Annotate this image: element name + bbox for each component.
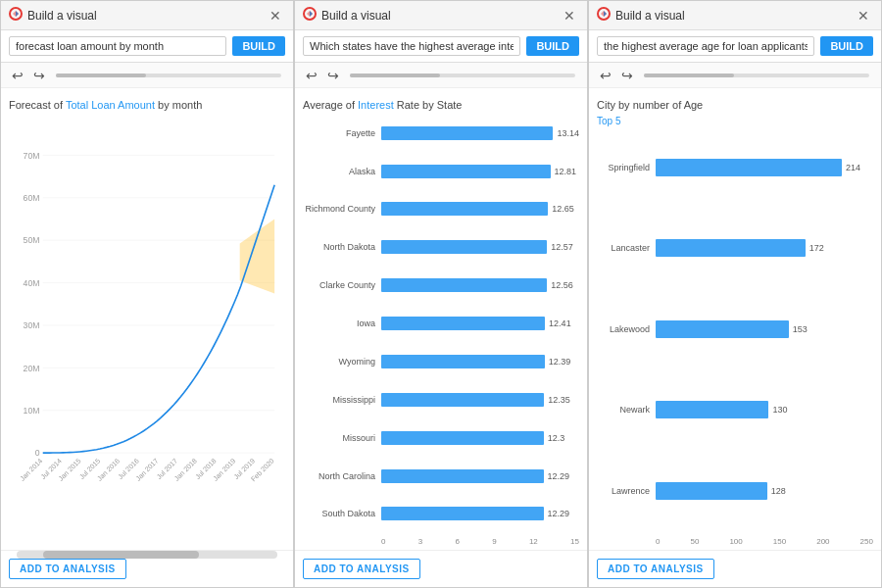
undo-button[interactable]: ↩ bbox=[303, 68, 320, 83]
hbar-label-right: Lawrence bbox=[597, 486, 656, 496]
hbar-track: 12.29 bbox=[381, 468, 579, 484]
hbar-fill bbox=[381, 317, 545, 330]
panel-title: Build a visual bbox=[321, 9, 560, 23]
hbar-row: Alaska 12.81 bbox=[303, 154, 579, 188]
axis-label-right: 50 bbox=[690, 537, 699, 546]
panel-3: Build a visual ✕ BUILD ↩ ↪ City by numbe… bbox=[588, 0, 882, 588]
hbar-fill bbox=[381, 126, 553, 140]
chart-area: Forecast of Total Loan Amount by month70… bbox=[1, 88, 293, 550]
close-icon[interactable]: ✕ bbox=[560, 9, 579, 23]
hbar-fill bbox=[381, 507, 544, 520]
close-icon[interactable]: ✕ bbox=[266, 9, 285, 23]
redo-button[interactable]: ↪ bbox=[618, 68, 636, 83]
axis-labels-right: 050100150200250 bbox=[597, 537, 873, 546]
hbar-track: 12.29 bbox=[381, 506, 579, 521]
undo-button[interactable]: ↩ bbox=[597, 68, 614, 83]
svg-text:Jan 2014: Jan 2014 bbox=[19, 458, 44, 483]
svg-text:0: 0 bbox=[35, 449, 40, 459]
hbar-fill bbox=[381, 240, 547, 254]
hbar-value: 12.56 bbox=[551, 280, 573, 290]
axis-label-right: 0 bbox=[656, 537, 660, 546]
hbar-track: 12.39 bbox=[381, 354, 579, 369]
hbar-label: Fayette bbox=[303, 128, 381, 138]
search-input[interactable] bbox=[597, 36, 814, 56]
panels-container: Build a visual ✕ BUILD ↩ ↪ Forecast of T… bbox=[0, 0, 882, 588]
hbar-row: Missouri 12.3 bbox=[303, 420, 579, 455]
redo-button[interactable]: ↪ bbox=[30, 68, 48, 83]
hbar-track-right: 153 bbox=[656, 319, 873, 339]
hbar-row-right: Newark 130 bbox=[597, 373, 873, 447]
hbar-fill-right bbox=[656, 239, 806, 257]
panel-2: Build a visual ✕ BUILD ↩ ↪ Average of In… bbox=[294, 0, 588, 588]
hbar-fill-right bbox=[656, 320, 789, 338]
axis-label: 3 bbox=[418, 537, 422, 546]
hbar-track: 12.81 bbox=[381, 164, 579, 179]
hbar-row-right: Lakewood 153 bbox=[597, 292, 873, 366]
hbar-value-right: 153 bbox=[793, 324, 808, 334]
hbar-chart: Fayette 13.14 Alaska 12.81 Richmond Coun… bbox=[303, 116, 579, 546]
hbar-label: Mississippi bbox=[303, 395, 381, 405]
hbar-row-right: Lancaster 172 bbox=[597, 212, 873, 285]
hbar-label: Clarke County bbox=[303, 280, 381, 290]
toolbar-slider bbox=[350, 74, 575, 77]
svg-text:30M: 30M bbox=[24, 320, 40, 330]
hbar-value: 12.29 bbox=[548, 509, 570, 518]
undo-button[interactable]: ↩ bbox=[9, 68, 26, 83]
hbar-label-right: Lancaster bbox=[597, 243, 656, 253]
close-icon[interactable]: ✕ bbox=[854, 9, 873, 23]
hbar-track: 12.57 bbox=[381, 239, 579, 255]
svg-text:60M: 60M bbox=[24, 193, 40, 203]
x-axis-scrollbar[interactable] bbox=[17, 551, 277, 559]
hbar-track: 12.41 bbox=[381, 316, 579, 331]
chart-area: City by number of AgeTop 5 Springfield 2… bbox=[589, 88, 881, 550]
hbar-fill-right bbox=[656, 159, 842, 176]
hbar-label: Iowa bbox=[303, 318, 381, 328]
panel-icon bbox=[597, 7, 611, 24]
hbar-label: Missouri bbox=[303, 433, 381, 443]
add-to-analysis-button[interactable]: ADD TO ANALYSIS bbox=[9, 559, 126, 579]
hbar-value: 12.41 bbox=[549, 318, 571, 328]
panel-1: Build a visual ✕ BUILD ↩ ↪ Forecast of T… bbox=[0, 0, 294, 588]
add-to-analysis-button[interactable]: ADD TO ANALYSIS bbox=[303, 559, 420, 579]
hbar-value-right: 128 bbox=[771, 486, 786, 496]
panel-titlebar: Build a visual ✕ bbox=[295, 1, 587, 30]
axis-labels: 03691215 bbox=[303, 537, 579, 546]
hbar-label: Richmond County bbox=[303, 204, 381, 214]
chart-title: City by number of Age bbox=[597, 98, 873, 112]
hbar-row-right: Springfield 214 bbox=[597, 130, 873, 204]
hbar-row: Iowa 12.41 bbox=[303, 307, 579, 341]
build-button[interactable]: BUILD bbox=[232, 36, 285, 56]
hbar-label-right: Newark bbox=[597, 405, 656, 415]
redo-button[interactable]: ↪ bbox=[324, 68, 342, 83]
hbar-fill bbox=[381, 165, 551, 178]
build-button[interactable]: BUILD bbox=[820, 36, 873, 56]
panel-title: Build a visual bbox=[27, 9, 266, 23]
hbar-label: Alaska bbox=[303, 167, 381, 176]
svg-text:70M: 70M bbox=[24, 151, 40, 161]
chart-title: Average of Interest Rate by State bbox=[303, 98, 579, 112]
panel-titlebar: Build a visual ✕ bbox=[589, 1, 881, 30]
hbar-label: North Carolina bbox=[303, 471, 381, 481]
hbar-row: South Dakota 12.29 bbox=[303, 497, 579, 531]
search-bar: BUILD bbox=[1, 30, 293, 63]
search-input[interactable] bbox=[9, 36, 226, 56]
build-button[interactable]: BUILD bbox=[526, 36, 579, 56]
chart-title: Forecast of Total Loan Amount by month bbox=[9, 98, 285, 112]
hbar-track: 12.35 bbox=[381, 392, 579, 408]
search-input[interactable] bbox=[303, 36, 520, 56]
hbar-value: 12.57 bbox=[551, 242, 573, 252]
panel-footer: ADD TO ANALYSIS bbox=[295, 550, 587, 587]
add-to-analysis-button[interactable]: ADD TO ANALYSIS bbox=[597, 559, 714, 579]
toolbar-slider bbox=[644, 74, 869, 77]
hbar-value-right: 172 bbox=[809, 243, 824, 253]
panel-icon bbox=[303, 7, 317, 24]
panel-footer: ADD TO ANALYSIS bbox=[589, 550, 881, 587]
axis-label: 12 bbox=[529, 537, 538, 546]
panel-toolbar: ↩ ↪ bbox=[589, 63, 881, 88]
hbar-track: 12.65 bbox=[381, 201, 579, 217]
search-bar: BUILD bbox=[589, 30, 881, 63]
hbar-row-right: Lawrence 128 bbox=[597, 454, 873, 527]
hbar-row: Richmond County 12.65 bbox=[303, 192, 579, 226]
hbar-label: Wyoming bbox=[303, 357, 381, 367]
hbar-row: Fayette 13.14 bbox=[303, 116, 579, 150]
